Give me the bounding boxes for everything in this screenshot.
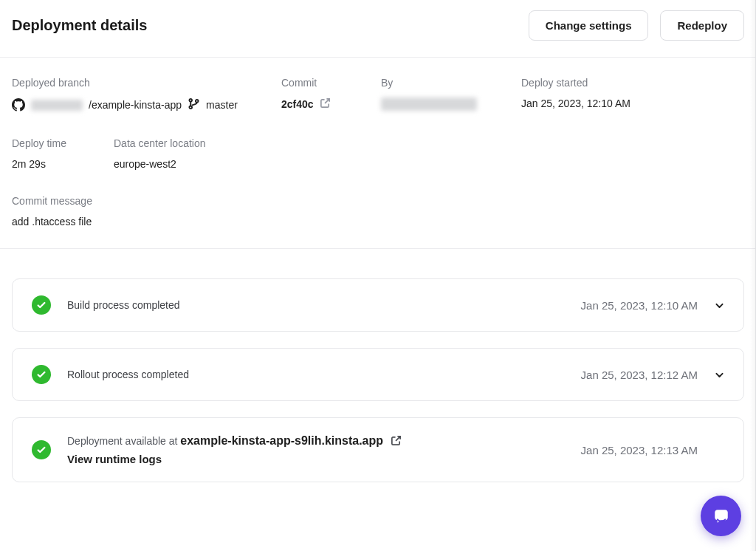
chat-icon [711, 506, 732, 527]
commit-message-cell: Commit message add .htaccess file [12, 195, 744, 248]
view-runtime-logs-link[interactable]: View runtime logs [67, 453, 402, 465]
deployed-branch-value: /example-kinsta-app master [12, 97, 281, 112]
commit-value[interactable]: 2cf40c [281, 97, 381, 111]
change-settings-button[interactable]: Change settings [529, 10, 649, 41]
check-icon [32, 295, 51, 315]
commit-message-value: add .htaccess file [12, 216, 744, 227]
check-icon [32, 365, 51, 384]
header-actions: Change settings Redeploy [529, 10, 744, 41]
step-rollout[interactable]: Rollout process completed Jan 25, 2023, … [12, 348, 744, 401]
commit-cell: Commit 2cf40c [281, 77, 381, 112]
svg-point-1 [190, 106, 193, 109]
meta-grid-row2: Deploy time 2m 29s Data center location … [12, 137, 744, 170]
step-time: Jan 25, 2023, 12:12 AM [581, 369, 698, 381]
chevron-down-icon[interactable] [714, 370, 724, 380]
available-url[interactable]: example-kinsta-app-s9lih.kinsta.app [180, 434, 383, 447]
deploy-started-label: Deploy started [521, 77, 744, 89]
external-link-icon [320, 97, 331, 111]
check-icon [32, 440, 51, 459]
commit-message-label: Commit message [12, 195, 744, 207]
svg-point-2 [196, 100, 199, 103]
deployment-steps: Build process completed Jan 25, 2023, 12… [12, 249, 744, 482]
step-time: Jan 25, 2023, 12:13 AM [581, 444, 698, 456]
right-edge-shadow [750, 0, 756, 551]
github-icon [12, 98, 25, 112]
step-title: Build process completed [67, 299, 180, 311]
data-center-cell: Data center location europe-west2 [114, 137, 744, 170]
step-available-body: Deployment available at example-kinsta-a… [67, 434, 402, 465]
page-header: Deployment details Change settings Redep… [12, 10, 744, 57]
deployed-branch-label: Deployed branch [12, 77, 281, 89]
data-center-value: europe-west2 [114, 158, 744, 170]
branch-name: master [206, 99, 238, 111]
repo-path: /example-kinsta-app [89, 99, 182, 111]
svg-point-0 [190, 99, 193, 102]
by-user-redacted [381, 97, 477, 111]
deploy-time-label: Deploy time [12, 137, 114, 149]
repo-owner-redacted [31, 100, 83, 111]
step-available: Deployment available at example-kinsta-a… [12, 417, 744, 482]
external-link-icon[interactable] [391, 435, 402, 448]
page-title: Deployment details [12, 17, 147, 34]
chevron-down-icon[interactable] [714, 301, 724, 310]
deploy-time-cell: Deploy time 2m 29s [12, 137, 114, 170]
redeploy-button[interactable]: Redeploy [660, 10, 744, 41]
deploy-started-cell: Deploy started Jan 25, 2023, 12:10 AM [521, 77, 744, 112]
commit-hash: 2cf40c [281, 98, 314, 110]
git-branch-icon [188, 97, 200, 112]
by-label: By [381, 77, 521, 89]
available-prefix: Deployment available at [67, 435, 180, 447]
step-time: Jan 25, 2023, 12:10 AM [581, 299, 698, 312]
deployed-branch-cell: Deployed branch /example-kinsta-app mast… [12, 77, 281, 112]
by-cell: By [381, 77, 521, 112]
deploy-time-value: 2m 29s [12, 158, 114, 170]
step-title: Rollout process completed [67, 369, 189, 380]
commit-label: Commit [281, 77, 381, 89]
step-build[interactable]: Build process completed Jan 25, 2023, 12… [12, 278, 744, 332]
data-center-label: Data center location [114, 137, 744, 149]
meta-grid-row1: Deployed branch /example-kinsta-app mast… [12, 58, 744, 112]
chat-fab[interactable] [701, 496, 741, 536]
deploy-started-value: Jan 25, 2023, 12:10 AM [521, 97, 744, 109]
by-value [381, 97, 521, 111]
